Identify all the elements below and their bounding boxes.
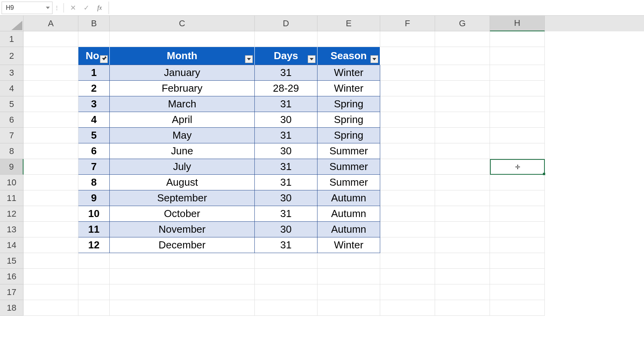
cell-G11[interactable] bbox=[435, 190, 490, 206]
column-header-E[interactable]: E bbox=[317, 16, 380, 31]
cell-C5[interactable]: March bbox=[110, 96, 255, 112]
cell-E16[interactable] bbox=[317, 269, 380, 284]
cell-H2[interactable] bbox=[490, 47, 545, 65]
cell-D12[interactable]: 31 bbox=[255, 206, 317, 222]
cell-C10[interactable]: August bbox=[110, 175, 255, 190]
insert-function-button[interactable]: fx bbox=[93, 2, 106, 14]
cell-D5[interactable]: 31 bbox=[255, 96, 317, 112]
cell-E9[interactable]: Summer bbox=[317, 159, 380, 175]
row-header-1[interactable]: 1 bbox=[0, 31, 24, 47]
cell-C7[interactable]: May bbox=[110, 128, 255, 143]
cell-E18[interactable] bbox=[317, 300, 380, 316]
cell-E3[interactable]: Winter bbox=[317, 65, 380, 81]
cell-G7[interactable] bbox=[435, 128, 490, 143]
column-header-F[interactable]: F bbox=[380, 16, 435, 31]
cell-A8[interactable] bbox=[24, 143, 78, 159]
cell-H7[interactable] bbox=[490, 128, 545, 143]
cell-E6[interactable]: Spring bbox=[317, 112, 380, 128]
filter-button-no[interactable] bbox=[100, 55, 108, 63]
cell-C15[interactable] bbox=[110, 253, 255, 269]
cell-H3[interactable] bbox=[490, 65, 545, 81]
cell-B16[interactable] bbox=[78, 269, 110, 284]
row-header-12[interactable]: 12 bbox=[0, 206, 24, 222]
cell-B13[interactable]: 11 bbox=[78, 222, 110, 237]
cell-A11[interactable] bbox=[24, 190, 78, 206]
cell-A5[interactable] bbox=[24, 96, 78, 112]
row-header-18[interactable]: 18 bbox=[0, 300, 24, 316]
cell-H6[interactable] bbox=[490, 112, 545, 128]
cell-C1[interactable] bbox=[110, 31, 255, 47]
column-header-A[interactable]: A bbox=[24, 16, 78, 31]
cell-B11[interactable]: 9 bbox=[78, 190, 110, 206]
row-header-6[interactable]: 6 bbox=[0, 112, 24, 128]
cell-G5[interactable] bbox=[435, 96, 490, 112]
cell-F9[interactable] bbox=[380, 159, 435, 175]
cell-F1[interactable] bbox=[380, 31, 435, 47]
cell-D13[interactable]: 30 bbox=[255, 222, 317, 237]
cell-E12[interactable]: Autumn bbox=[317, 206, 380, 222]
cell-H4[interactable] bbox=[490, 81, 545, 96]
cell-D8[interactable]: 30 bbox=[255, 143, 317, 159]
cell-E8[interactable]: Summer bbox=[317, 143, 380, 159]
cell-B3[interactable]: 1 bbox=[78, 65, 110, 81]
row-header-15[interactable]: 15 bbox=[0, 253, 24, 269]
select-all-corner[interactable] bbox=[0, 16, 24, 31]
cell-D17[interactable] bbox=[255, 284, 317, 300]
cell-G14[interactable] bbox=[435, 237, 490, 253]
column-header-B[interactable]: B bbox=[78, 16, 110, 31]
cell-D1[interactable] bbox=[255, 31, 317, 47]
name-box-dropdown-icon[interactable] bbox=[46, 7, 50, 9]
cell-F14[interactable] bbox=[380, 237, 435, 253]
cell-G1[interactable] bbox=[435, 31, 490, 47]
cell-B18[interactable] bbox=[78, 300, 110, 316]
row-header-17[interactable]: 17 bbox=[0, 284, 24, 300]
row-header-10[interactable]: 10 bbox=[0, 175, 24, 190]
cell-A16[interactable] bbox=[24, 269, 78, 284]
cell-E13[interactable]: Autumn bbox=[317, 222, 380, 237]
cell-F3[interactable] bbox=[380, 65, 435, 81]
cell-F15[interactable] bbox=[380, 253, 435, 269]
cell-F2[interactable] bbox=[380, 47, 435, 65]
cell-F8[interactable] bbox=[380, 143, 435, 159]
cell-H17[interactable] bbox=[490, 284, 545, 300]
row-header-11[interactable]: 11 bbox=[0, 190, 24, 206]
row-header-4[interactable]: 4 bbox=[0, 81, 24, 96]
cell-F16[interactable] bbox=[380, 269, 435, 284]
cell-G2[interactable] bbox=[435, 47, 490, 65]
cell-A9[interactable] bbox=[24, 159, 78, 175]
cell-D6[interactable]: 30 bbox=[255, 112, 317, 128]
cell-H16[interactable] bbox=[490, 269, 545, 284]
cell-D15[interactable] bbox=[255, 253, 317, 269]
cell-H10[interactable] bbox=[490, 175, 545, 190]
row-header-5[interactable]: 5 bbox=[0, 96, 24, 112]
cell-F7[interactable] bbox=[380, 128, 435, 143]
filter-button-month[interactable] bbox=[245, 55, 253, 63]
cell-H14[interactable] bbox=[490, 237, 545, 253]
cell-E1[interactable] bbox=[317, 31, 380, 47]
cell-D7[interactable]: 31 bbox=[255, 128, 317, 143]
cell-D9[interactable]: 31 bbox=[255, 159, 317, 175]
cell-G9[interactable] bbox=[435, 159, 490, 175]
row-header-2[interactable]: 2 bbox=[0, 47, 24, 65]
table-header-no[interactable]: No. bbox=[78, 47, 110, 65]
cell-G17[interactable] bbox=[435, 284, 490, 300]
cell-E10[interactable]: Summer bbox=[317, 175, 380, 190]
cell-E14[interactable]: Winter bbox=[317, 237, 380, 253]
cell-C9[interactable]: July bbox=[110, 159, 255, 175]
cell-G8[interactable] bbox=[435, 143, 490, 159]
row-header-16[interactable]: 16 bbox=[0, 269, 24, 284]
cell-B12[interactable]: 10 bbox=[78, 206, 110, 222]
cell-D3[interactable]: 31 bbox=[255, 65, 317, 81]
cell-B4[interactable]: 2 bbox=[78, 81, 110, 96]
cell-B10[interactable]: 8 bbox=[78, 175, 110, 190]
cell-G4[interactable] bbox=[435, 81, 490, 96]
cell-C8[interactable]: June bbox=[110, 143, 255, 159]
cell-C17[interactable] bbox=[110, 284, 255, 300]
cell-H15[interactable] bbox=[490, 253, 545, 269]
cell-G13[interactable] bbox=[435, 222, 490, 237]
cell-C6[interactable]: April bbox=[110, 112, 255, 128]
cell-G12[interactable] bbox=[435, 206, 490, 222]
cell-G15[interactable] bbox=[435, 253, 490, 269]
cell-B6[interactable]: 4 bbox=[78, 112, 110, 128]
cell-C18[interactable] bbox=[110, 300, 255, 316]
